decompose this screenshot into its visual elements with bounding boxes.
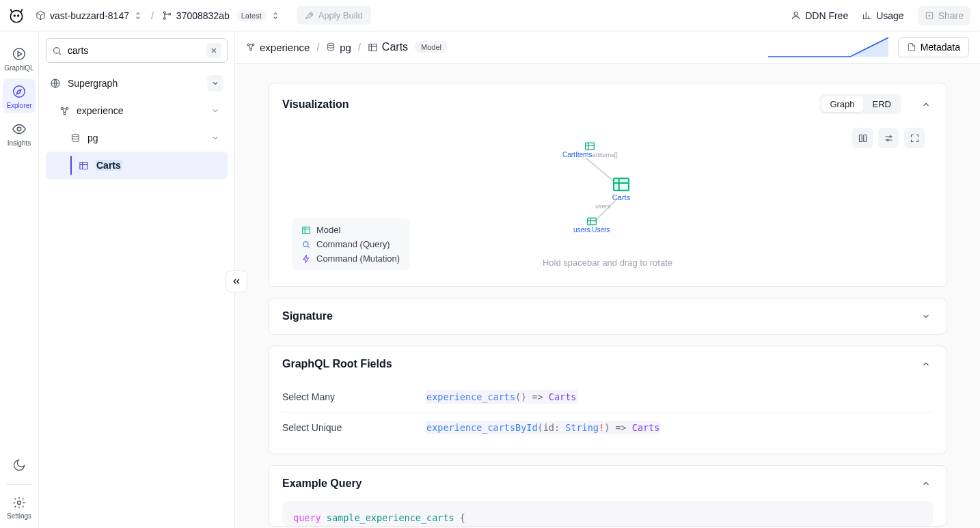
fullscreen-icon (910, 133, 920, 143)
example-query-card: Example Query query sample_experience_ca… (268, 465, 947, 527)
example-query-title: Example Query (282, 477, 911, 490)
chevron-up-icon (921, 100, 931, 109)
database-icon (70, 133, 81, 143)
chevron-down-icon[interactable] (207, 75, 223, 92)
table-icon (368, 42, 378, 53)
viz-node-cartitems[interactable]: CartItemsartItems[] (562, 141, 618, 159)
latest-badge: Latest (236, 10, 267, 21)
file-icon (907, 42, 916, 52)
root-fields-card: GraphQL Root Fields Select Many experien… (268, 346, 947, 454)
viz-tab-erd[interactable]: ERD (865, 96, 899, 112)
svg-rect-33 (586, 143, 595, 150)
svg-point-2 (18, 15, 19, 16)
chevron-up-down-icon (133, 11, 143, 20)
ddn-plan-link[interactable]: DDN Free (791, 10, 848, 21)
svg-point-1 (14, 15, 15, 16)
viz-fullscreen-button[interactable] (904, 128, 925, 148)
cube-icon (36, 10, 46, 20)
crumb-model: Carts Model (368, 41, 448, 53)
apply-build-button[interactable]: Apply Build (297, 6, 371, 25)
svg-rect-19 (80, 162, 87, 169)
viz-node-users[interactable]: users.Users (573, 217, 610, 234)
close-icon (210, 46, 218, 55)
rail-insights[interactable]: Insights (3, 116, 36, 151)
tree-model-label: Carts (96, 160, 223, 171)
collapse-panel-button[interactable] (226, 270, 247, 292)
breadcrumb-separator: / (151, 10, 154, 21)
root-fields-title: GraphQL Root Fields (282, 358, 911, 370)
subgraph-icon (246, 42, 256, 52)
svg-point-11 (17, 127, 21, 131)
svg-point-4 (163, 18, 165, 20)
app-logo (7, 6, 26, 25)
table-icon (586, 217, 598, 226)
play-icon (12, 46, 27, 61)
signature-title: Signature (282, 310, 911, 322)
gear-icon (12, 496, 26, 510)
chevron-up-icon (921, 359, 931, 369)
svg-point-5 (169, 13, 171, 15)
viz-edge-label-users: users (595, 203, 610, 210)
svg-rect-25 (859, 135, 862, 141)
svg-point-12 (18, 501, 21, 505)
viz-graph: CartItemsartItems[] Carts users (553, 137, 662, 240)
chevron-up-down-icon (271, 11, 280, 20)
svg-point-13 (54, 47, 60, 53)
svg-point-9 (14, 48, 25, 60)
chevron-down-icon[interactable] (207, 130, 223, 146)
table-icon (584, 141, 596, 151)
crumb-connector[interactable]: pg (326, 42, 351, 53)
crumb-subgraph[interactable]: experience (246, 42, 310, 53)
moon-icon (12, 458, 26, 472)
table-icon (79, 161, 89, 171)
tree-subgraph-experience[interactable]: experience (46, 97, 228, 124)
usage-link[interactable]: Usage (862, 10, 903, 21)
collapse-visualization-button[interactable] (919, 98, 933, 111)
database-icon (326, 42, 336, 52)
rail-settings[interactable]: Settings (3, 490, 36, 528)
clear-search-button[interactable] (206, 43, 221, 58)
share-button[interactable]: Share (918, 6, 970, 25)
project-selector[interactable]: vast-buzzard-8147 (36, 10, 143, 21)
collapse-root-fields-button[interactable] (919, 357, 933, 371)
table-icon (612, 177, 631, 192)
share-icon (925, 11, 934, 20)
svg-rect-34 (614, 178, 629, 191)
rail-graphiql[interactable]: GraphiQL (3, 41, 36, 76)
sliders-icon (884, 133, 894, 143)
apply-build-label: Apply Build (318, 10, 363, 20)
content-header: experience / pg / Carts Model (235, 31, 980, 64)
rocket-icon (305, 11, 314, 20)
metadata-button[interactable]: Metadata (898, 37, 969, 57)
viz-settings-button[interactable] (878, 128, 899, 148)
build-selector[interactable]: 37008832ab Latest (162, 10, 280, 21)
rail-theme-toggle[interactable] (3, 451, 36, 479)
visualization-title: Visualization (282, 98, 811, 111)
svg-point-18 (72, 134, 79, 137)
viz-node-carts[interactable]: Carts (612, 177, 631, 202)
chevrons-left-icon (231, 276, 242, 287)
tree-model-carts[interactable]: Carts (46, 152, 228, 179)
expand-signature-button[interactable] (919, 309, 933, 323)
viz-tab-graph[interactable]: Graph (821, 96, 862, 112)
collapse-example-button[interactable] (919, 477, 933, 490)
visualization-card: Visualization Graph ERD (268, 83, 947, 287)
svg-point-7 (794, 12, 798, 16)
tree-connector-pg[interactable]: pg (46, 124, 228, 152)
left-rail: GraphiQL Explorer Insights Settings (0, 31, 39, 528)
columns-icon (858, 133, 868, 143)
chevron-up-icon (921, 479, 931, 488)
svg-point-23 (328, 43, 334, 45)
compass-icon (12, 84, 27, 99)
header-accent-shape (768, 37, 888, 57)
search-icon (301, 240, 311, 249)
viz-layout-button[interactable] (852, 128, 873, 148)
search-icon (52, 46, 62, 56)
rail-explorer[interactable]: Explorer (3, 79, 36, 113)
viz-canvas[interactable]: Model Command (Query) Command (Mutation) (282, 125, 933, 275)
search-field-wrap[interactable] (46, 38, 228, 63)
search-input[interactable] (68, 45, 201, 56)
svg-rect-29 (303, 227, 310, 233)
tree-supergraph[interactable]: Supergraph (46, 70, 228, 97)
chevron-down-icon[interactable] (207, 102, 223, 119)
